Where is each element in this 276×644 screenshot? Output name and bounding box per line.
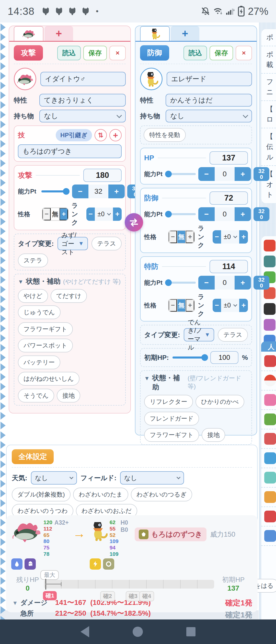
slider-thumb[interactable]	[165, 171, 172, 177]
menu-item[interactable]	[261, 507, 276, 526]
nature-plus-button[interactable]: +	[186, 231, 194, 243]
attack-ev-value[interactable]: 32	[88, 185, 108, 198]
initial-hp-slider[interactable]	[172, 354, 207, 361]
rank-plus-button[interactable]: +	[239, 299, 248, 312]
close-button[interactable]: ×	[109, 46, 126, 60]
load-button[interactable]: 読込	[57, 46, 81, 60]
status-pill[interactable]: てだすけ	[51, 289, 87, 303]
menu-link[interactable]: フ ニ	[261, 74, 276, 101]
slider-thumb[interactable]	[201, 354, 208, 361]
ev-max-button[interactable]: 320	[254, 276, 269, 290]
defense-ev-slider[interactable]	[168, 211, 196, 217]
menu-item[interactable]	[261, 410, 276, 429]
status-pill[interactable]: はがねのせいしん	[18, 372, 79, 386]
status-pill[interactable]: フラワーギフト	[144, 428, 199, 442]
rank-select[interactable]: ±0	[221, 299, 239, 312]
spdef-ev-slider[interactable]	[168, 279, 196, 286]
menu-icon[interactable]	[264, 256, 275, 267]
defender-add-tab-button[interactable]: +	[171, 26, 199, 41]
attack-stat-value[interactable]: 180	[83, 169, 122, 182]
hp-carryover-pill[interactable]: HP引継ぎ	[56, 129, 92, 141]
rank-minus-button[interactable]: −	[213, 299, 221, 312]
global-pill[interactable]: わざわいのつるぎ	[131, 488, 192, 501]
nature-minus-button[interactable]: −	[169, 231, 177, 243]
menu-item[interactable]	[261, 429, 276, 449]
rank-plus-button[interactable]: +	[113, 208, 122, 221]
global-pill[interactable]: ダブル(対象複数)	[12, 488, 71, 501]
ev-max-button[interactable]: 320	[254, 167, 269, 181]
status-pill[interactable]: ひかりのかべ	[195, 395, 244, 409]
rank-select[interactable]: ±0	[221, 230, 239, 244]
menu-item[interactable]	[261, 468, 276, 488]
home-button[interactable]	[133, 627, 143, 637]
ev-plus-button[interactable]: +	[235, 167, 251, 181]
status-pill[interactable]: 接地	[202, 428, 225, 442]
ev-max-button[interactable]: 320	[254, 207, 269, 221]
rank-minus-button[interactable]: −	[213, 230, 221, 244]
nature-neutral-button[interactable]: 無	[177, 299, 186, 312]
menu-item[interactable]	[261, 352, 276, 371]
rank-select[interactable]: ±0	[95, 208, 113, 221]
menu-link[interactable]: ポ 載	[261, 46, 276, 74]
status-pill[interactable]: やけど	[18, 289, 48, 303]
spdef-stat-value[interactable]: 114	[210, 260, 248, 273]
save-button[interactable]: 保存	[210, 46, 233, 60]
attacker-ability-input[interactable]: てきおうりょく	[39, 94, 126, 107]
defender-ability-input[interactable]: かんそうはだ	[166, 94, 252, 107]
hp-ev-slider[interactable]	[168, 171, 196, 177]
swap-attacker-defender-button[interactable]	[125, 213, 143, 232]
ev-plus-button[interactable]: +	[235, 276, 251, 290]
menu-icon[interactable]	[264, 240, 275, 251]
ev-minus-button[interactable]: −	[72, 185, 88, 198]
attacker-add-tab-button[interactable]: +	[44, 26, 73, 41]
defense-ev-value[interactable]: 0	[215, 207, 235, 221]
rank-plus-button[interactable]: +	[239, 230, 248, 244]
defender-name-input[interactable]: エレザード	[167, 72, 252, 86]
nature-minus-button[interactable]: −	[169, 299, 177, 312]
collapse-caret-icon[interactable]: ▼	[144, 375, 150, 382]
ev-minus-button[interactable]: −	[198, 167, 215, 181]
status-pill[interactable]: パワースポット	[18, 339, 73, 352]
stellar-button[interactable]: ステラ	[18, 254, 48, 267]
slider-thumb[interactable]	[63, 188, 70, 195]
status-pill[interactable]: バッテリー	[18, 355, 60, 369]
menu-item[interactable]	[261, 449, 276, 468]
initial-hp-value[interactable]: 100	[210, 351, 238, 364]
defender-item-select[interactable]: なし	[166, 110, 252, 122]
move-name-input[interactable]: もろはのずつき	[18, 144, 122, 158]
field-select[interactable]: なし	[120, 471, 184, 485]
attacker-avatar[interactable]	[14, 68, 36, 90]
status-pill[interactable]: リフレクター	[144, 395, 193, 409]
slider-thumb[interactable]	[165, 211, 172, 217]
menu-icon[interactable]	[264, 303, 275, 315]
attacker-type-select[interactable]: みず/ゴースト ▼	[57, 237, 88, 250]
collapse-caret-icon[interactable]: ▼	[18, 279, 24, 285]
defender-type-select[interactable]: でんき/ノーマル ▼	[184, 328, 214, 341]
defender-tab-pokemon[interactable]	[140, 26, 170, 41]
nature-neutral-button[interactable]: 無	[177, 231, 186, 243]
ev-plus-button[interactable]: +	[235, 207, 251, 221]
ev-minus-button[interactable]: −	[198, 207, 215, 221]
attack-ev-slider[interactable]	[41, 188, 70, 195]
menu-link[interactable]: ポ	[261, 29, 276, 46]
save-button[interactable]: 保存	[83, 46, 107, 60]
status-pill[interactable]: そうでん	[18, 389, 54, 402]
status-pill[interactable]: 接地	[57, 389, 80, 402]
recents-button[interactable]	[186, 627, 195, 636]
spdef-ev-value[interactable]: 0	[215, 276, 235, 290]
collapse-caret-icon[interactable]: ▼	[12, 600, 18, 619]
close-button[interactable]: ×	[236, 46, 252, 60]
defense-stat-value[interactable]: 72	[210, 191, 248, 205]
nature-plus-button[interactable]: +	[186, 299, 194, 312]
status-pill[interactable]: フレンドガード	[144, 412, 199, 425]
weather-select[interactable]: なし	[31, 471, 77, 485]
trigger-ability-button[interactable]: 特性を発動	[144, 128, 186, 142]
add-move-button[interactable]: +	[109, 129, 122, 141]
reorder-moves-button[interactable]: ⇅	[95, 129, 107, 141]
menu-link[interactable]: 【 ロ	[261, 101, 276, 128]
defender-avatar[interactable]	[140, 68, 163, 90]
menu-item[interactable]	[261, 390, 276, 410]
status-pill[interactable]: じゅうでん	[18, 305, 61, 319]
global-pill[interactable]: わざわいのたま	[73, 488, 128, 501]
attacker-tab-pokemon[interactable]	[14, 26, 43, 41]
